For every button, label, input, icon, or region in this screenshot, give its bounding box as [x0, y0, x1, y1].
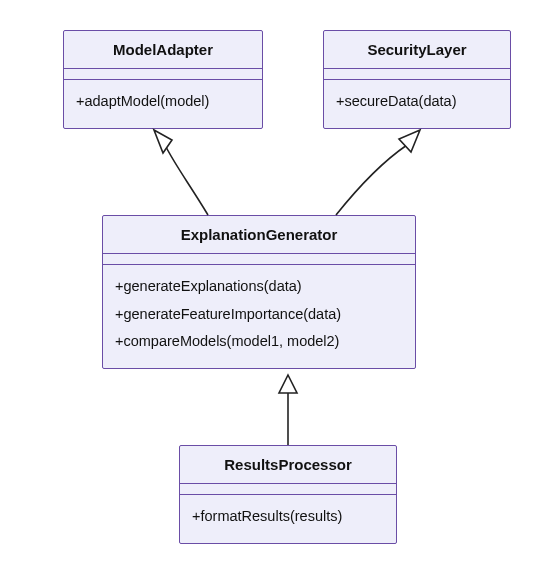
class-resultsprocessor: ResultsProcessor +formatResults(results) [179, 445, 397, 544]
class-name: SecurityLayer [324, 31, 510, 69]
method: +formatResults(results) [192, 503, 384, 531]
edge-expgen-securitylayer [336, 145, 407, 215]
class-modeladapter: ModelAdapter +adaptModel(model) [63, 30, 263, 129]
class-attr-slot [64, 69, 262, 80]
class-name: ModelAdapter [64, 31, 262, 69]
class-methods: +secureData(data) [324, 80, 510, 128]
class-name: ExplanationGenerator [103, 216, 415, 254]
class-securitylayer: SecurityLayer +secureData(data) [323, 30, 511, 129]
class-name: ResultsProcessor [180, 446, 396, 484]
class-methods: +adaptModel(model) [64, 80, 262, 128]
edge-expgen-modeladapter [165, 145, 208, 215]
class-methods: +formatResults(results) [180, 495, 396, 543]
class-explanationgenerator: ExplanationGenerator +generateExplanatio… [102, 215, 416, 369]
method: +generateExplanations(data) [115, 273, 403, 301]
method: +secureData(data) [336, 88, 498, 116]
uml-class-diagram: ModelAdapter +adaptModel(model) Security… [0, 0, 550, 578]
class-attr-slot [324, 69, 510, 80]
method: +adaptModel(model) [76, 88, 250, 116]
arrowhead-hollow [399, 130, 420, 152]
arrowhead-hollow [279, 375, 297, 393]
arrowhead-hollow [154, 130, 172, 153]
class-methods: +generateExplanations(data) +generateFea… [103, 265, 415, 368]
method: +generateFeatureImportance(data) [115, 301, 403, 329]
class-attr-slot [103, 254, 415, 265]
method: +compareModels(model1, model2) [115, 328, 403, 356]
class-attr-slot [180, 484, 396, 495]
